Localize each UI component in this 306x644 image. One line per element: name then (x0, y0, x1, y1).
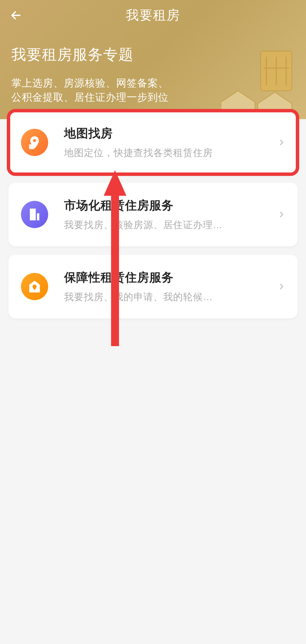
page-title: 我要租房 (126, 7, 180, 24)
chevron-right-icon (277, 138, 286, 147)
building-icon (21, 201, 48, 228)
card-market-rental[interactable]: 市场化租赁住房服务 我要找房、核验房源、居住证办理… (8, 183, 298, 246)
content-area: 地图找房 地图定位，快捷查找各类租赁住房 市场化租赁住房服务 我要找房、核验房源… (0, 111, 306, 327)
svg-rect-8 (29, 144, 34, 149)
map-marker-icon (21, 129, 48, 156)
card-guaranteed-rental[interactable]: 保障性租赁住房服务 我要找房、我的申请、我的轮候… (8, 255, 298, 318)
header-bar: 我要租房 (0, 0, 306, 31)
hero-subtitle-line: 公积金提取、居住证办理一步到位 (11, 90, 295, 104)
card-content: 保障性租赁住房服务 我要找房、我的申请、我的轮候… (64, 270, 273, 304)
card-description: 地图定位，快捷查找各类租赁住房 (64, 146, 273, 159)
card-map-search[interactable]: 地图找房 地图定位，快捷查找各类租赁住房 (8, 111, 298, 174)
card-description: 我要找房、我的申请、我的轮候… (64, 291, 273, 304)
arrow-left-icon (10, 9, 22, 21)
chevron-right-icon (277, 282, 286, 291)
back-button[interactable] (9, 9, 23, 22)
hero-subtitle: 掌上选房、房源核验、网签备案、 公积金提取、居住证办理一步到位 (11, 76, 295, 105)
card-description: 我要找房、核验房源、居住证办理… (64, 218, 273, 231)
hero-section: 我要租房服务专题 掌上选房、房源核验、网签备案、 公积金提取、居住证办理一步到位 (0, 31, 306, 105)
card-title: 市场化租赁住房服务 (64, 197, 273, 213)
house-shield-icon (21, 273, 48, 300)
chevron-right-icon (277, 210, 286, 219)
card-title: 地图找房 (64, 125, 273, 141)
hero-title: 我要租房服务专题 (11, 45, 295, 65)
card-title: 保障性租赁住房服务 (64, 270, 273, 285)
card-content: 市场化租赁住房服务 我要找房、核验房源、居住证办理… (64, 197, 273, 231)
card-content: 地图找房 地图定位，快捷查找各类租赁住房 (64, 125, 273, 159)
hero-subtitle-line: 掌上选房、房源核验、网签备案、 (11, 76, 295, 90)
svg-point-9 (34, 286, 35, 287)
